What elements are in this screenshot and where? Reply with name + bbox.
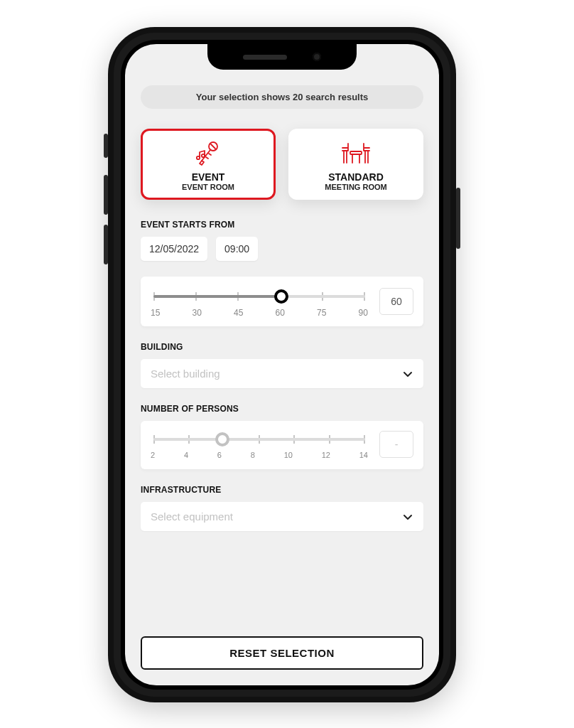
- meeting-table-icon: [296, 137, 416, 170]
- duration-section: 15 30 45 60 75 90 60: [141, 277, 423, 326]
- infrastructure-section: INFRASTRUCTURE Select equipment: [141, 485, 423, 531]
- building-section: BUILDING Select building: [141, 342, 423, 388]
- side-button-power: [456, 188, 460, 249]
- phone-frame: Your selection shows 20 search results: [108, 27, 456, 702]
- room-type-subtitle: MEETING ROOM: [296, 183, 416, 191]
- persons-label: NUMBER OF PERSONS: [141, 404, 423, 414]
- room-type-event[interactable]: EVENT EVENT ROOM: [141, 129, 276, 200]
- room-type-title: STANDARD: [296, 171, 416, 183]
- room-type-selector: EVENT EVENT ROOM STANDARD: [141, 129, 423, 200]
- persons-slider[interactable]: 2 4 6 8 10 12 14: [151, 431, 368, 465]
- duration-readout: 60: [379, 288, 413, 315]
- microphone-music-icon: [148, 137, 269, 170]
- room-type-standard[interactable]: STANDARD MEETING ROOM: [288, 129, 423, 200]
- screen: Your selection shows 20 search results: [125, 44, 439, 685]
- room-type-subtitle: EVENT ROOM: [148, 183, 269, 191]
- front-camera: [313, 53, 321, 61]
- reset-selection-button[interactable]: RESET SELECTION: [141, 636, 423, 670]
- side-button-silent: [104, 134, 108, 158]
- infrastructure-select[interactable]: Select equipment: [141, 502, 423, 531]
- side-button-volume-down: [104, 225, 108, 264]
- persons-slider-thumb[interactable]: [215, 432, 229, 446]
- chevron-down-icon: [402, 368, 413, 380]
- persons-readout: -: [379, 431, 413, 458]
- duration-slider[interactable]: 15 30 45 60 75 90: [151, 288, 368, 322]
- side-button-volume-up: [104, 175, 108, 215]
- building-label: BUILDING: [141, 342, 423, 352]
- room-type-title: EVENT: [148, 171, 269, 183]
- duration-slider-thumb[interactable]: [274, 289, 288, 304]
- infrastructure-label: INFRASTRUCTURE: [141, 485, 423, 495]
- event-start-section: EVENT STARTS FROM 12/05/2022 09:00: [141, 220, 423, 261]
- search-results-banner: Your selection shows 20 search results: [141, 85, 423, 109]
- chevron-down-icon: [402, 511, 413, 523]
- persons-section: NUMBER OF PERSONS 2 4 6: [141, 404, 423, 469]
- building-select[interactable]: Select building: [141, 359, 423, 388]
- notch: [207, 44, 357, 70]
- earpiece-speaker: [243, 55, 287, 60]
- date-field[interactable]: 12/05/2022: [141, 237, 207, 261]
- building-select-placeholder: Select building: [151, 368, 220, 380]
- time-field[interactable]: 09:00: [216, 237, 258, 261]
- event-start-label: EVENT STARTS FROM: [141, 220, 423, 230]
- infrastructure-select-placeholder: Select equipment: [151, 510, 233, 523]
